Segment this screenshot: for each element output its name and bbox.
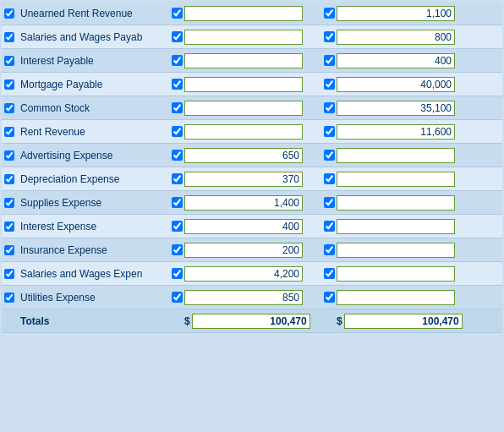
checkbox-mid[interactable] xyxy=(172,102,183,113)
row-check-left[interactable] xyxy=(2,56,17,66)
row-check-left[interactable] xyxy=(2,79,17,90)
row-check-right[interactable] xyxy=(321,268,337,279)
checkbox-left[interactable] xyxy=(4,56,14,66)
row-check-left[interactable] xyxy=(2,269,17,279)
row-check-right[interactable] xyxy=(321,102,337,113)
checkbox-mid[interactable] xyxy=(172,126,183,137)
debit-input[interactable] xyxy=(184,77,303,92)
row-check-right[interactable] xyxy=(321,55,337,66)
debit-input[interactable] xyxy=(184,243,303,258)
checkbox-left[interactable] xyxy=(4,32,14,42)
credit-input[interactable] xyxy=(337,101,455,116)
checkbox-mid[interactable] xyxy=(172,244,183,255)
credit-input[interactable] xyxy=(337,195,455,211)
totals-credit-input[interactable] xyxy=(344,314,463,329)
checkbox-left[interactable] xyxy=(4,103,14,113)
row-check-mid[interactable] xyxy=(169,102,184,113)
row-check-right[interactable] xyxy=(321,173,337,184)
checkbox-left[interactable] xyxy=(4,198,14,208)
checkbox-right[interactable] xyxy=(324,102,335,113)
checkbox-mid[interactable] xyxy=(172,292,183,303)
row-check-mid[interactable] xyxy=(169,244,184,255)
checkbox-mid[interactable] xyxy=(172,221,183,232)
credit-input[interactable] xyxy=(337,148,455,163)
checkbox-left[interactable] xyxy=(4,245,14,255)
row-check-right[interactable] xyxy=(321,244,337,255)
credit-input[interactable] xyxy=(337,290,455,305)
debit-input[interactable] xyxy=(184,195,303,211)
credit-input[interactable] xyxy=(337,219,455,234)
row-check-mid[interactable] xyxy=(169,221,184,232)
debit-input[interactable] xyxy=(184,101,303,116)
checkbox-left[interactable] xyxy=(4,293,14,303)
debit-input[interactable] xyxy=(184,124,303,139)
row-check-right[interactable] xyxy=(321,126,337,137)
row-check-left[interactable] xyxy=(2,32,17,42)
row-check-left[interactable] xyxy=(2,245,17,255)
row-check-left[interactable] xyxy=(2,174,17,184)
checkbox-right[interactable] xyxy=(324,8,335,19)
checkbox-right[interactable] xyxy=(324,244,335,255)
credit-input[interactable] xyxy=(337,6,455,21)
row-check-right[interactable] xyxy=(321,150,337,161)
checkbox-mid[interactable] xyxy=(172,173,183,184)
row-check-mid[interactable] xyxy=(169,79,184,90)
checkbox-right[interactable] xyxy=(324,126,335,137)
checkbox-right[interactable] xyxy=(324,150,335,161)
debit-input[interactable] xyxy=(184,266,303,282)
checkbox-left[interactable] xyxy=(4,221,14,232)
row-check-mid[interactable] xyxy=(169,55,184,66)
checkbox-mid[interactable] xyxy=(172,150,183,161)
checkbox-mid[interactable] xyxy=(172,31,183,42)
row-check-right[interactable] xyxy=(321,292,337,303)
credit-input[interactable] xyxy=(337,243,455,258)
checkbox-left[interactable] xyxy=(4,127,14,137)
row-check-left[interactable] xyxy=(2,198,17,208)
debit-input[interactable] xyxy=(184,148,303,163)
row-check-left[interactable] xyxy=(2,221,17,232)
row-check-right[interactable] xyxy=(321,8,337,19)
checkbox-right[interactable] xyxy=(324,268,335,279)
row-check-right[interactable] xyxy=(321,31,337,42)
row-check-mid[interactable] xyxy=(169,197,184,208)
row-check-mid[interactable] xyxy=(169,31,184,42)
debit-input[interactable] xyxy=(184,53,303,68)
checkbox-left[interactable] xyxy=(4,8,14,19)
checkbox-right[interactable] xyxy=(324,292,335,303)
row-check-left[interactable] xyxy=(2,150,17,161)
checkbox-right[interactable] xyxy=(324,197,335,208)
checkbox-mid[interactable] xyxy=(172,79,183,90)
checkbox-left[interactable] xyxy=(4,150,14,161)
debit-input[interactable] xyxy=(184,6,303,21)
checkbox-right[interactable] xyxy=(324,221,335,232)
checkbox-mid[interactable] xyxy=(172,197,183,208)
row-check-left[interactable] xyxy=(2,8,17,19)
credit-input[interactable] xyxy=(337,124,455,139)
row-check-mid[interactable] xyxy=(169,268,184,279)
credit-input[interactable] xyxy=(337,77,455,92)
debit-input[interactable] xyxy=(184,219,303,234)
row-check-mid[interactable] xyxy=(169,173,184,184)
row-check-mid[interactable] xyxy=(169,292,184,303)
checkbox-right[interactable] xyxy=(324,79,335,90)
row-check-right[interactable] xyxy=(321,79,337,90)
checkbox-right[interactable] xyxy=(324,31,335,42)
row-check-mid[interactable] xyxy=(169,150,184,161)
row-check-mid[interactable] xyxy=(169,126,184,137)
row-check-left[interactable] xyxy=(2,293,17,303)
checkbox-mid[interactable] xyxy=(172,268,183,279)
checkbox-left[interactable] xyxy=(4,174,14,184)
row-check-mid[interactable] xyxy=(169,8,184,19)
checkbox-right[interactable] xyxy=(324,173,335,184)
checkbox-mid[interactable] xyxy=(172,55,183,66)
checkbox-right[interactable] xyxy=(324,55,335,66)
checkbox-left[interactable] xyxy=(4,79,14,90)
debit-input[interactable] xyxy=(184,290,303,305)
credit-input[interactable] xyxy=(337,172,455,187)
row-check-right[interactable] xyxy=(321,221,337,232)
row-check-left[interactable] xyxy=(2,103,17,113)
credit-input[interactable] xyxy=(337,266,455,282)
debit-input[interactable] xyxy=(184,172,303,187)
row-check-right[interactable] xyxy=(321,197,337,208)
debit-input[interactable] xyxy=(184,30,303,45)
